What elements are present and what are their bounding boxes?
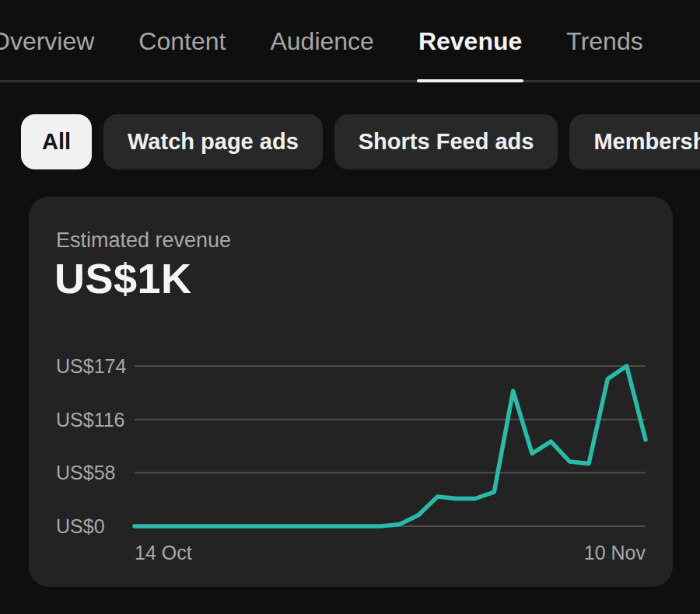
filter-chip-shorts-feed-ads[interactable]: Shorts Feed ads: [334, 114, 558, 169]
y-axis-tick-label: US$58: [56, 462, 115, 484]
filter-chip-memberships[interactable]: Memberships: [569, 114, 700, 169]
revenue-line-chart[interactable]: [135, 366, 646, 526]
filter-chip-all[interactable]: All: [21, 114, 92, 169]
tab-bar-divider: [0, 80, 700, 82]
estimated-revenue-card: Estimated revenue US$1K US$174 US$116 US…: [29, 197, 673, 587]
metric-value: US$1K: [54, 254, 192, 302]
revenue-filter-chips: All Watch page ads Shorts Feed ads Membe…: [21, 114, 700, 169]
y-axis-tick-label: US$0: [56, 515, 105, 538]
y-axis-tick-label: US$116: [56, 409, 125, 431]
tab-overview[interactable]: Overview: [0, 0, 94, 82]
x-axis-tick-label: 14 Oct: [135, 542, 192, 564]
tab-revenue[interactable]: Revenue: [418, 0, 522, 82]
tab-audience[interactable]: Audience: [270, 0, 373, 82]
filter-chip-watch-page-ads[interactable]: Watch page ads: [103, 114, 323, 169]
x-axis-tick-label: 10 Nov: [584, 542, 646, 564]
tab-content[interactable]: Content: [138, 0, 226, 82]
tab-list: Overview Content Audience Revenue Trends: [0, 0, 700, 82]
tab-trends[interactable]: Trends: [566, 0, 642, 82]
y-axis-tick-label: US$174: [56, 355, 126, 378]
analytics-tab-bar: Overview Content Audience Revenue Trends: [0, 0, 700, 82]
revenue-series-line: [135, 366, 646, 526]
metric-label: Estimated revenue: [56, 229, 231, 253]
